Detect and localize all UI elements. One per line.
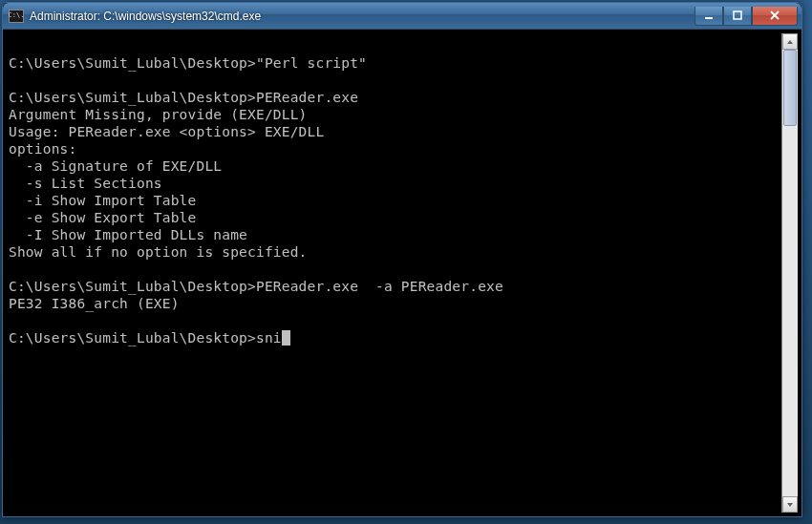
minimize-icon <box>703 10 715 21</box>
scroll-track[interactable] <box>782 50 798 496</box>
scroll-down-button[interactable] <box>782 496 798 513</box>
text-cursor <box>282 330 290 346</box>
close-button[interactable] <box>752 7 798 26</box>
svg-rect-0 <box>705 17 713 19</box>
minimize-button[interactable] <box>694 7 723 26</box>
vertical-scrollbar[interactable] <box>781 33 798 513</box>
chevron-down-icon <box>786 502 794 508</box>
close-icon <box>769 10 780 21</box>
window-title: Administrator: C:\windows\system32\cmd.e… <box>30 10 694 23</box>
maximize-icon <box>732 10 743 21</box>
scroll-up-button[interactable] <box>782 33 798 50</box>
maximize-button[interactable] <box>723 7 752 26</box>
chevron-up-icon <box>786 39 794 45</box>
cmd-window: C:\. Administrator: C:\windows\system32\… <box>2 2 802 517</box>
cmd-icon: C:\. <box>9 10 24 23</box>
window-controls <box>694 7 798 26</box>
terminal-output[interactable]: C:\Users\Sumit_Lubal\Desktop>"Perl scrip… <box>7 33 781 513</box>
titlebar[interactable]: C:\. Administrator: C:\windows\system32\… <box>3 3 801 30</box>
cmd-icon-label: C:\. <box>9 12 25 19</box>
scroll-thumb[interactable] <box>783 50 797 126</box>
content-area: C:\Users\Sumit_Lubal\Desktop>"Perl scrip… <box>3 30 801 516</box>
svg-rect-1 <box>734 11 741 19</box>
